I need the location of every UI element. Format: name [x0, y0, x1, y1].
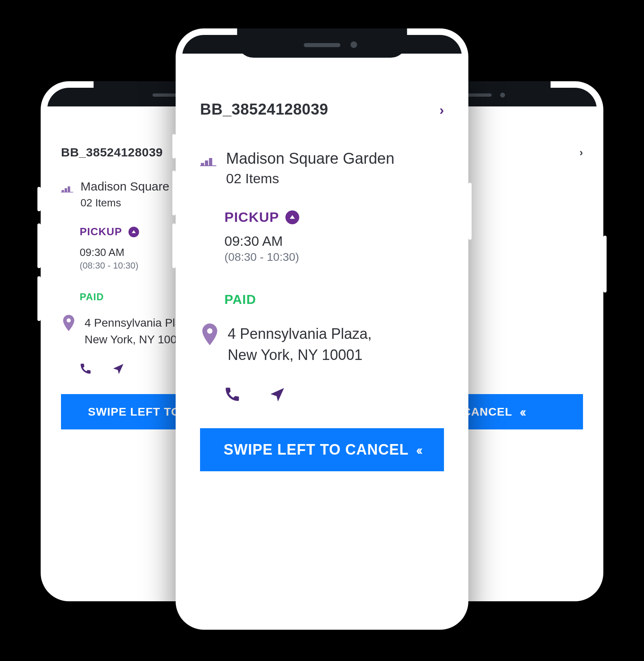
warehouse-icon: [200, 152, 216, 168]
call-button[interactable]: [80, 362, 92, 376]
cancel-label: SWIPE LEFT TO CANCEL: [224, 441, 409, 458]
order-header-row[interactable]: BB_38524128039 ›: [200, 101, 444, 118]
chevron-right-icon[interactable]: ›: [439, 103, 444, 117]
navigate-button[interactable]: [269, 386, 285, 404]
phone-mock-main: BB_38524128039 › Madison Square Garden 0…: [176, 28, 468, 630]
order-id: BB_38524128039: [61, 145, 163, 159]
navigate-button[interactable]: [112, 362, 124, 376]
location-name: Madison Square Garden: [226, 150, 394, 167]
call-button[interactable]: [224, 386, 241, 404]
pickup-status-row[interactable]: PICKUP: [224, 209, 444, 225]
swipe-cancel-button[interactable]: SWIPE LEFT TO CANCEL ‹‹: [200, 428, 444, 471]
pickup-window: (08:30 - 10:30): [224, 251, 444, 264]
chevron-right-icon[interactable]: ›: [579, 147, 583, 158]
address-line1: 4 Pennsylvania Plaza,: [228, 323, 372, 345]
pickup-label: PICKUP: [224, 209, 279, 225]
phone-notch: [237, 28, 407, 58]
payment-status: PAID: [224, 292, 444, 307]
pickup-label: PICKUP: [80, 225, 122, 238]
order-id: BB_38524128039: [200, 101, 329, 118]
collapse-up-icon[interactable]: [128, 227, 139, 237]
item-count: 02 Items: [226, 171, 394, 186]
pickup-time: 09:30 AM: [224, 233, 444, 249]
chevron-left-double-icon: ‹‹: [416, 442, 420, 458]
map-pin-icon: [63, 315, 75, 333]
warehouse-icon: [61, 182, 73, 194]
order-card: BB_38524128039 › Madison Square Garden 0…: [182, 81, 462, 623]
address-line2: New York, NY 10001: [228, 345, 372, 366]
collapse-up-icon[interactable]: [285, 210, 299, 224]
chevron-left-double-icon: ‹‹: [520, 404, 524, 420]
map-pin-icon: [202, 323, 218, 347]
